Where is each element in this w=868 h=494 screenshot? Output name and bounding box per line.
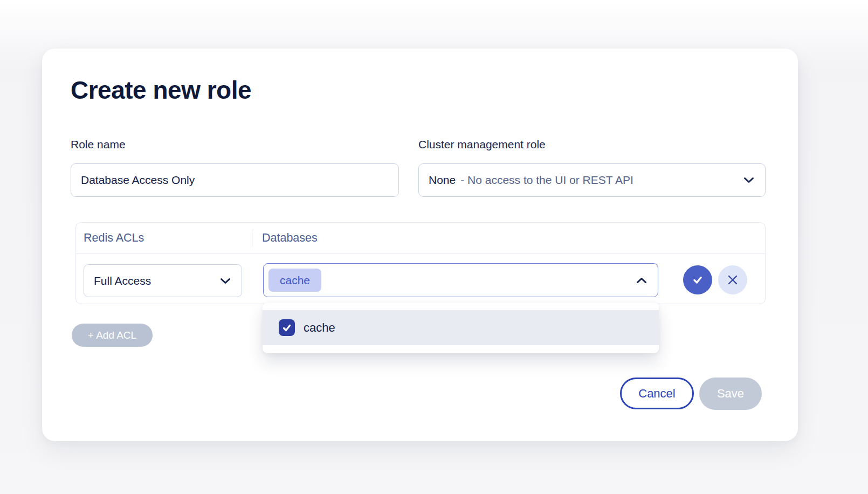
database-checkbox[interactable]	[279, 319, 295, 336]
save-button[interactable]: Save	[699, 378, 762, 410]
add-acl-button[interactable]: + Add ACL	[72, 324, 153, 347]
acl-table: Redis ACLs Databases Full Access cache	[75, 222, 766, 304]
acl-table-header: Redis ACLs Databases	[76, 223, 765, 254]
database-option-label: cache	[304, 321, 335, 335]
chevron-down-icon	[220, 278, 231, 284]
close-icon	[726, 273, 739, 286]
acls-column-header: Redis ACLs	[84, 231, 144, 245]
page-title: Create new role	[71, 76, 251, 105]
chevron-down-icon	[743, 177, 754, 183]
database-tag[interactable]: cache	[268, 269, 321, 292]
acl-select-value: Full Access	[94, 275, 151, 287]
cluster-role-select[interactable]: None - No access to the UI or REST API	[418, 163, 766, 197]
chevron-up-icon[interactable]	[636, 277, 647, 284]
role-name-label: Role name	[71, 138, 126, 151]
confirm-acl-button[interactable]	[683, 265, 712, 294]
check-icon	[691, 273, 704, 286]
cluster-role-value: None	[429, 174, 456, 187]
cluster-role-description: - No access to the UI or REST API	[460, 174, 633, 187]
databases-dropdown: cache	[263, 303, 659, 353]
acl-select[interactable]: Full Access	[84, 264, 242, 297]
databases-column-header: Databases	[262, 231, 318, 245]
header-divider	[252, 230, 252, 248]
databases-multiselect-input[interactable]: cache	[263, 263, 658, 297]
database-option-cache[interactable]: cache	[263, 310, 659, 345]
role-name-input[interactable]	[71, 163, 399, 197]
cluster-role-label: Cluster management role	[418, 138, 546, 151]
remove-acl-button[interactable]	[718, 265, 747, 294]
create-role-modal: Create new role Role name Cluster manage…	[42, 49, 798, 441]
check-icon	[281, 323, 292, 333]
cancel-button[interactable]: Cancel	[620, 378, 694, 409]
